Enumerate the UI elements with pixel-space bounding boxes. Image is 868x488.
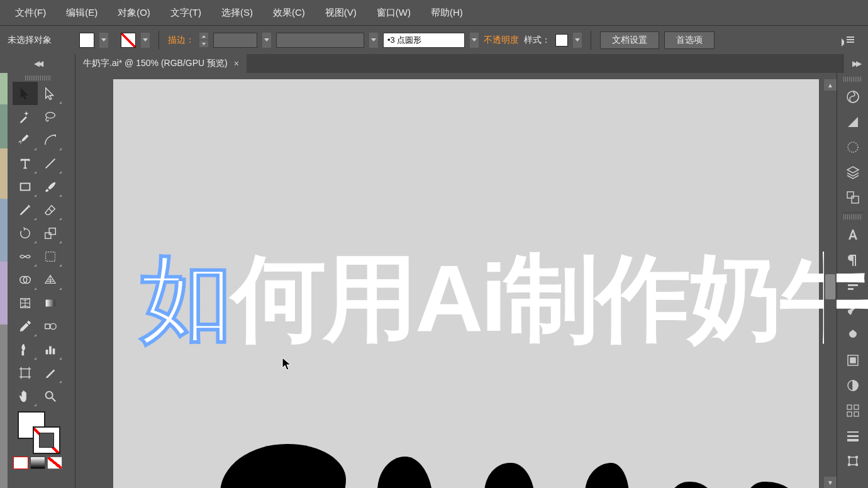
vertical-scrollbar[interactable]: ▲ ▼ <box>824 79 837 488</box>
shape-builder-tool[interactable] <box>13 268 38 291</box>
selection-tool[interactable] <box>13 82 38 105</box>
tab-title: 牛奶字.ai* @ 150% (RGB/GPU 预览) <box>83 58 228 69</box>
menu-effect[interactable]: 效果(C) <box>263 2 315 24</box>
tab-close-icon[interactable]: × <box>234 58 239 69</box>
lasso-tool[interactable] <box>38 105 63 128</box>
svg-point-36 <box>848 457 850 458</box>
no-selection-label: 未选择对象 <box>8 35 52 46</box>
gradient-tool[interactable] <box>38 291 63 314</box>
magic-wand-tool[interactable] <box>13 105 38 128</box>
scale-tool[interactable] <box>38 221 63 245</box>
artboard-tool[interactable] <box>13 361 38 384</box>
document-setup-button[interactable]: 文档设置 <box>600 31 659 49</box>
stroke-weight-stepper[interactable] <box>199 33 208 47</box>
free-transform-tool[interactable] <box>38 245 63 268</box>
rotate-tool[interactable] <box>13 221 38 245</box>
zoom-tool[interactable] <box>38 384 63 408</box>
stepper-up[interactable] <box>199 33 208 40</box>
column-graph-tool[interactable] <box>38 338 63 361</box>
panel-grip[interactable] <box>843 77 862 82</box>
pencil-tool[interactable] <box>13 198 38 221</box>
toolbar-collapse[interactable]: ◀◀ <box>0 54 75 73</box>
width-tool[interactable] <box>13 245 38 268</box>
chevron-left-icon: ◀◀ <box>34 59 42 68</box>
color-mode-gradient[interactable] <box>30 457 45 469</box>
menu-object[interactable]: 对象(O) <box>108 2 160 24</box>
menu-edit[interactable]: 编辑(E) <box>56 2 108 24</box>
canvas-shape[interactable] <box>742 482 799 488</box>
canvas-shape[interactable] <box>377 457 433 488</box>
canvas-text[interactable]: 如何用Ai制作奶牛 <box>140 236 868 363</box>
color-mode-none[interactable] <box>47 457 62 469</box>
artboards-panel-icon[interactable] <box>840 185 865 210</box>
artboard[interactable]: 如何用Ai制作奶牛 如 <box>113 79 819 488</box>
swatches-panel-icon[interactable] <box>840 135 865 160</box>
svg-rect-9 <box>45 299 55 306</box>
canvas-area[interactable]: 如何用Ai制作奶牛 如 ▲ ▼ <box>75 73 837 488</box>
opacity-label[interactable]: 不透明度 <box>484 35 519 46</box>
scroll-down-icon[interactable]: ▼ <box>824 477 837 488</box>
brush-dropdown[interactable] <box>470 33 479 48</box>
scroll-thumb[interactable] <box>825 274 835 299</box>
stroke-dropdown[interactable] <box>141 33 150 48</box>
transparency-panel-icon[interactable] <box>840 373 865 398</box>
panel-grip[interactable] <box>843 214 862 219</box>
preferences-button[interactable]: 首选项 <box>664 31 715 49</box>
fill-swatch[interactable] <box>79 33 94 48</box>
transform-panel-icon[interactable] <box>840 448 865 474</box>
stepper-down[interactable] <box>199 40 208 47</box>
color-panel-icon[interactable] <box>840 84 865 109</box>
canvas-shape[interactable] <box>667 482 717 488</box>
menu-type[interactable]: 文字(T) <box>160 2 211 24</box>
pen-tool[interactable] <box>13 128 38 152</box>
menu-help[interactable]: 帮助(H) <box>421 2 473 24</box>
svg-point-37 <box>855 457 857 458</box>
panel-menu-icon[interactable] <box>842 36 854 44</box>
canvas-shape[interactable] <box>585 463 629 488</box>
direct-selection-tool[interactable] <box>38 82 63 105</box>
hand-tool[interactable] <box>13 384 38 408</box>
svg-rect-32 <box>847 431 859 433</box>
brush-definition[interactable]: • 3 点圆形 <box>383 33 465 48</box>
line-tool[interactable] <box>38 152 63 175</box>
menu-window[interactable]: 窗口(W) <box>367 2 421 24</box>
fill-dropdown[interactable] <box>99 33 108 48</box>
symbol-sprayer-tool[interactable] <box>13 338 38 361</box>
curvature-tool[interactable] <box>38 128 63 152</box>
canvas-shape[interactable] <box>484 463 535 488</box>
paintbrush-tool[interactable] <box>38 175 63 198</box>
menu-select[interactable]: 选择(S) <box>211 2 263 24</box>
document-tab[interactable]: 牛奶字.ai* @ 150% (RGB/GPU 预览) × <box>75 54 247 73</box>
canvas-shape[interactable] <box>220 444 346 488</box>
stroke-swatch[interactable] <box>121 33 136 48</box>
menu-view[interactable]: 视图(V) <box>315 2 367 24</box>
fill-stroke-control[interactable] <box>13 411 63 455</box>
selected-text-outline: 如 <box>140 236 234 363</box>
profile-dropdown[interactable] <box>369 33 378 48</box>
pathfinder-panel-icon[interactable] <box>840 398 865 423</box>
mesh-tool[interactable] <box>13 291 38 314</box>
panel-grip[interactable] <box>25 75 50 80</box>
blend-tool[interactable] <box>38 314 63 338</box>
stroke-box[interactable] <box>33 426 60 454</box>
rectangle-tool[interactable] <box>13 175 38 198</box>
layers-panel-icon[interactable] <box>840 160 865 185</box>
stroke-weight-dropdown[interactable] <box>262 33 271 48</box>
menu-file[interactable]: 文件(F) <box>5 2 56 24</box>
style-dropdown[interactable] <box>573 33 582 48</box>
eyedropper-tool[interactable] <box>13 314 38 338</box>
stroke-weight-field[interactable] <box>213 33 257 48</box>
chevron-right-icon: ▶▶ <box>852 59 860 68</box>
color-guide-panel-icon[interactable] <box>840 109 865 135</box>
panels-collapse[interactable]: ▶▶ <box>843 54 868 73</box>
stroke-label[interactable]: 描边： <box>168 35 194 46</box>
stroke-panel-icon[interactable] <box>840 423 865 448</box>
color-mode-solid[interactable] <box>13 457 28 469</box>
perspective-grid-tool[interactable] <box>38 268 63 291</box>
scroll-up-icon[interactable]: ▲ <box>824 79 837 91</box>
style-swatch[interactable] <box>555 34 568 47</box>
eraser-tool[interactable] <box>38 198 63 221</box>
type-tool[interactable] <box>13 152 38 175</box>
variable-width-profile[interactable] <box>276 33 364 48</box>
slice-tool[interactable] <box>38 361 63 384</box>
